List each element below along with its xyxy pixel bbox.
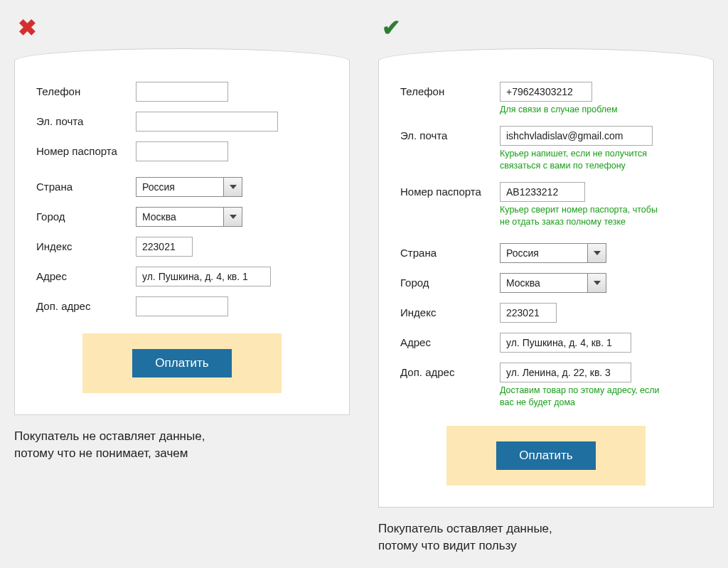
index-label: Индекс [400, 303, 500, 318]
chevron-down-icon [587, 274, 606, 292]
pay-button[interactable]: Оплатить [132, 349, 231, 377]
index-label: Индекс [36, 237, 136, 252]
country-value: Россия [136, 178, 223, 196]
address-label: Адрес [400, 333, 500, 348]
pay-button[interactable]: Оплатить [496, 441, 595, 470]
address-row: Адрес [400, 333, 692, 353]
city-label: Город [36, 207, 136, 223]
phone-label: Телефон [36, 82, 136, 97]
addr2-input[interactable] [136, 296, 228, 316]
city-label: Город [400, 273, 500, 289]
country-select[interactable]: Россия [136, 177, 242, 197]
email-label: Эл. почта [400, 126, 500, 141]
left-column: ✖ Телефон Эл. почта Номер паспорта Стран… [14, 14, 350, 554]
passport-input[interactable] [136, 141, 228, 161]
country-label: Страна [400, 243, 500, 259]
addr2-label: Доп. адрес [36, 296, 136, 312]
phone-input[interactable] [500, 82, 592, 102]
phone-row: Телефон Для связи в случае проблем [400, 82, 692, 116]
addr2-input[interactable] [500, 363, 631, 382]
country-row: Страна Россия [36, 177, 328, 197]
addr2-row: Доп. адрес [36, 296, 328, 316]
right-column: ✔ Телефон Для связи в случае проблем Эл.… [378, 14, 714, 554]
panel-top-curve [14, 48, 350, 61]
chevron-down-icon [223, 208, 242, 226]
passport-hint: Курьер сверит номер паспорта, чтобы не о… [500, 204, 663, 228]
caption-line2: потому что не понимает, зачем [14, 446, 188, 460]
city-select[interactable]: Москва [136, 207, 242, 227]
email-row: Эл. почта Курьер напишет, если не получи… [400, 126, 692, 172]
addr2-row: Доп. адрес Доставим товар по этому адрес… [400, 363, 692, 409]
left-form-panel: Телефон Эл. почта Номер паспорта Страна … [14, 60, 350, 415]
addr2-label: Доп. адрес [400, 363, 500, 378]
cross-icon: ✖ [18, 14, 350, 41]
chevron-down-icon [587, 244, 606, 262]
country-label: Страна [36, 177, 136, 193]
address-row: Адрес [36, 267, 328, 286]
passport-input[interactable] [500, 182, 585, 202]
country-row: Страна Россия [400, 243, 692, 263]
right-form-panel: Телефон Для связи в случае проблем Эл. п… [378, 60, 714, 508]
address-input[interactable] [136, 267, 271, 286]
email-row: Эл. почта [36, 112, 328, 132]
country-select[interactable]: Россия [500, 243, 606, 263]
city-select[interactable]: Москва [500, 273, 606, 293]
right-caption: Покупатель оставляет данные, потому что … [378, 520, 714, 554]
email-input[interactable] [500, 126, 653, 146]
caption-line2: потому что видит пользу [378, 539, 517, 552]
index-input[interactable] [500, 303, 557, 323]
panel-top-curve [378, 48, 714, 61]
phone-label: Телефон [400, 82, 500, 97]
passport-row: Номер паспорта Курьер сверит номер паспо… [400, 182, 692, 228]
address-label: Адрес [36, 267, 136, 282]
left-panel-wrap: Телефон Эл. почта Номер паспорта Страна … [14, 48, 350, 415]
addr2-hint: Доставим товар по этому адресу, если вас… [500, 385, 663, 409]
chevron-down-icon [223, 178, 242, 196]
pay-button-area: Оплатить [82, 333, 282, 393]
check-icon: ✔ [382, 14, 714, 41]
index-input[interactable] [136, 237, 193, 257]
email-input[interactable] [136, 112, 278, 132]
country-value: Россия [500, 244, 587, 262]
caption-line1: Покупатель не оставляет данные, [14, 429, 205, 443]
city-value: Москва [136, 208, 223, 226]
city-value: Москва [500, 274, 587, 292]
phone-hint: Для связи в случае проблем [500, 104, 663, 116]
city-row: Город Москва [36, 207, 328, 227]
email-label: Эл. почта [36, 112, 136, 127]
phone-input[interactable] [136, 82, 228, 102]
caption-line1: Покупатель оставляет данные, [378, 522, 552, 535]
right.passport_label: Номер паспорта [400, 182, 500, 198]
passport-row: Номер паспорта [36, 141, 328, 161]
index-row: Индекс [36, 237, 328, 257]
phone-row: Телефон [36, 82, 328, 102]
index-row: Индекс [400, 303, 692, 323]
right-panel-wrap: Телефон Для связи в случае проблем Эл. п… [378, 48, 714, 508]
comparison-container: ✖ Телефон Эл. почта Номер паспорта Стран… [14, 14, 714, 554]
pay-button-area: Оплатить [446, 426, 646, 486]
city-row: Город Москва [400, 273, 692, 293]
email-hint: Курьер напишет, если не получится связат… [500, 148, 663, 172]
address-input[interactable] [500, 333, 631, 353]
passport-label: Номер паспорта [36, 141, 136, 157]
left-caption: Покупатель не оставляет данные, потому ч… [14, 428, 350, 462]
